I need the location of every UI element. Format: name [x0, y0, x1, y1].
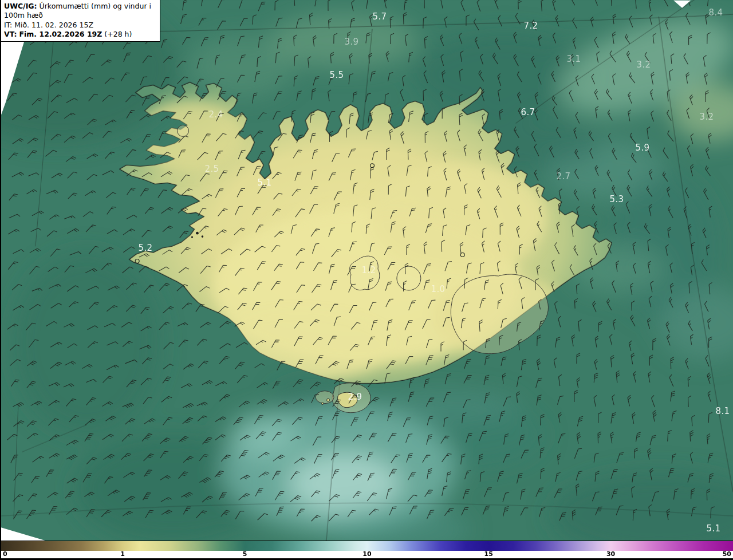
colorbar: 01510153050	[1, 541, 733, 560]
valid-time-value: Fim. 12.02.2026 19Z	[19, 30, 103, 38]
colorbar-gradient	[1, 541, 733, 551]
colorbar-ticks: 01510153050	[1, 551, 733, 560]
title-line-product: UWC/IG: Úrkomumætti (mm) og vindur i 100…	[4, 2, 156, 21]
precipitation-wind-map	[1, 0, 733, 560]
title-line-init: IT: Mið. 11. 02. 2026 15Z	[4, 21, 156, 30]
product-label: UWC/IG:	[4, 2, 37, 10]
valid-time-label: VT:	[4, 30, 17, 38]
valid-time-offset: (+28 h)	[104, 30, 132, 38]
colorbar-tick-label: 15	[484, 550, 492, 558]
colorbar-tick-label: 50	[723, 550, 731, 558]
weather-map-screen: 5.78.47.23.93.13.25.56.72.43.25.92.52.75…	[0, 0, 733, 560]
title-box: UWC/IG: Úrkomumætti (mm) og vindur i 100…	[1, 0, 160, 42]
colorbar-tick-label: 10	[362, 550, 371, 558]
colorbar-tick-label: 1	[120, 550, 125, 558]
colorbar-tick-label: 0	[3, 550, 7, 558]
title-line-valid: VT: Fim. 12.02.2026 19Z (+28 h)	[4, 30, 156, 39]
colorbar-tick-label: 30	[606, 550, 615, 558]
colorbar-tick-label: 5	[243, 550, 247, 558]
